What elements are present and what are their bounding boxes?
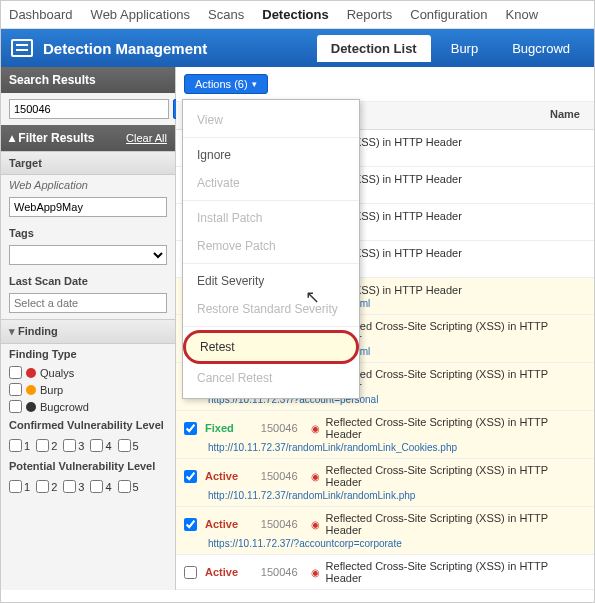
nav-configuration[interactable]: Configuration bbox=[410, 7, 487, 22]
filter-header-label: ▴ Filter Results bbox=[9, 131, 94, 145]
finding-type-label: Finding Type bbox=[1, 344, 175, 364]
menu-restore-severity: Restore Standard Severity bbox=[183, 295, 359, 323]
finding-section-header[interactable]: Finding bbox=[1, 319, 175, 344]
status-badge: Active bbox=[205, 518, 255, 530]
finding-name: Reflected Cross-Site Scripting (XSS) in … bbox=[326, 512, 586, 536]
filter-header[interactable]: ▴ Filter Results Clear All bbox=[1, 125, 175, 151]
module-header: Detection Management Detection ListBurpB… bbox=[1, 29, 594, 67]
cvl-level-1[interactable]: 1 bbox=[9, 439, 30, 452]
lastscan-label: Last Scan Date bbox=[1, 271, 175, 291]
target-icon: ◉ bbox=[311, 423, 320, 434]
menu-remove-patch: Remove Patch bbox=[183, 232, 359, 260]
pvl-label: Potential Vulnerability Level bbox=[1, 456, 175, 476]
finding-url[interactable]: http://10.11.72.37/randomLink/randomLink… bbox=[184, 442, 586, 453]
list-icon bbox=[11, 39, 33, 57]
finding-url[interactable]: http://10.11.72.37/randomLink/randomLink… bbox=[184, 490, 586, 501]
menu-edit-severity[interactable]: Edit Severity bbox=[183, 267, 359, 295]
pvl-levels: 1 2 3 4 5 bbox=[1, 476, 175, 497]
filter-sidebar: Search Results Search ▴ Filter Results C… bbox=[1, 67, 176, 590]
pvl-level-5[interactable]: 5 bbox=[118, 480, 139, 493]
cvl-level-4[interactable]: 4 bbox=[90, 439, 111, 452]
row-checkbox[interactable] bbox=[184, 470, 197, 483]
finding-name: Reflected Cross-Site Scripting (XSS) in … bbox=[326, 368, 586, 392]
pvl-level-1[interactable]: 1 bbox=[9, 480, 30, 493]
tab-detection-list[interactable]: Detection List bbox=[317, 35, 431, 62]
status-badge: Active bbox=[205, 470, 255, 482]
qid: 150046 bbox=[261, 422, 305, 434]
qid: 150046 bbox=[261, 470, 305, 482]
nav-dashboard[interactable]: Dashboard bbox=[9, 7, 73, 22]
qid: 150046 bbox=[261, 566, 305, 578]
tab-bugcrowd[interactable]: Bugcrowd bbox=[498, 35, 584, 62]
tab-burp[interactable]: Burp bbox=[437, 35, 492, 62]
target-icon: ◉ bbox=[311, 471, 320, 482]
webapp-input[interactable] bbox=[9, 197, 167, 217]
lastscan-input[interactable] bbox=[9, 293, 167, 313]
menu-install-patch: Install Patch bbox=[183, 204, 359, 232]
nav-reports[interactable]: Reports bbox=[347, 7, 393, 22]
nav-web-applications[interactable]: Web Applications bbox=[91, 7, 191, 22]
finding-name: Reflected Cross-Site Scripting (XSS) in … bbox=[326, 416, 586, 440]
cvl-level-3[interactable]: 3 bbox=[63, 439, 84, 452]
table-row[interactable]: Active150046◉Reflected Cross-Site Script… bbox=[176, 507, 594, 555]
finding-url[interactable]: https://10.11.72.37/?accountcorp=corpora… bbox=[184, 538, 586, 549]
tags-select[interactable] bbox=[9, 245, 167, 265]
finding-type-qualys[interactable]: Qualys bbox=[1, 364, 175, 381]
webapp-label: Web Application bbox=[1, 175, 175, 195]
cvl-level-5[interactable]: 5 bbox=[118, 439, 139, 452]
nav-know[interactable]: Know bbox=[506, 7, 539, 22]
status-badge: Fixed bbox=[205, 422, 255, 434]
page-title: Detection Management bbox=[43, 40, 317, 57]
nav-scans[interactable]: Scans bbox=[208, 7, 244, 22]
target-icon: ◉ bbox=[311, 567, 320, 578]
cvl-levels: 1 2 3 4 5 bbox=[1, 435, 175, 456]
menu-ignore[interactable]: Ignore bbox=[183, 141, 359, 169]
finding-name: Reflected Cross-Site Scripting (XSS) in … bbox=[326, 560, 586, 584]
menu-view: View bbox=[183, 106, 359, 134]
results-panel: Actions (6) View Ignore Activate Install… bbox=[176, 67, 594, 590]
finding-name: Reflected Cross-Site Scripting (XSS) in … bbox=[326, 464, 586, 488]
tags-label: Tags bbox=[1, 223, 175, 243]
target-section-header: Target bbox=[1, 151, 175, 175]
pvl-level-3[interactable]: 3 bbox=[63, 480, 84, 493]
actions-menu: View Ignore Activate Install Patch Remov… bbox=[182, 99, 360, 399]
cvl-label: Confirmed Vulnerability Level bbox=[1, 415, 175, 435]
top-nav: DashboardWeb ApplicationsScansDetections… bbox=[1, 1, 594, 29]
search-input[interactable] bbox=[9, 99, 169, 119]
menu-retest[interactable]: Retest bbox=[183, 330, 359, 364]
row-checkbox[interactable] bbox=[184, 566, 197, 579]
nav-detections[interactable]: Detections bbox=[262, 7, 328, 22]
menu-cancel-retest: Cancel Retest bbox=[183, 364, 359, 392]
search-header: Search Results bbox=[1, 67, 175, 93]
status-badge: Active bbox=[205, 566, 255, 578]
finding-type-bugcrowd[interactable]: Bugcrowd bbox=[1, 398, 175, 415]
actions-dropdown-button[interactable]: Actions (6) bbox=[184, 74, 268, 94]
target-icon: ◉ bbox=[311, 519, 320, 530]
finding-type-burp[interactable]: Burp bbox=[1, 381, 175, 398]
table-row[interactable]: Active150046◉Reflected Cross-Site Script… bbox=[176, 459, 594, 507]
pvl-level-4[interactable]: 4 bbox=[90, 480, 111, 493]
menu-activate: Activate bbox=[183, 169, 359, 197]
clear-all-link[interactable]: Clear All bbox=[126, 132, 167, 144]
finding-name: Reflected Cross-Site Scripting (XSS) in … bbox=[326, 320, 586, 344]
row-checkbox[interactable] bbox=[184, 422, 197, 435]
row-checkbox[interactable] bbox=[184, 518, 197, 531]
pvl-level-2[interactable]: 2 bbox=[36, 480, 57, 493]
table-row[interactable]: Active150046◉Reflected Cross-Site Script… bbox=[176, 555, 594, 590]
cvl-level-2[interactable]: 2 bbox=[36, 439, 57, 452]
tabstrip: Detection ListBurpBugcrowd bbox=[317, 35, 584, 62]
table-row[interactable]: Fixed150046◉Reflected Cross-Site Scripti… bbox=[176, 411, 594, 459]
qid: 150046 bbox=[261, 518, 305, 530]
